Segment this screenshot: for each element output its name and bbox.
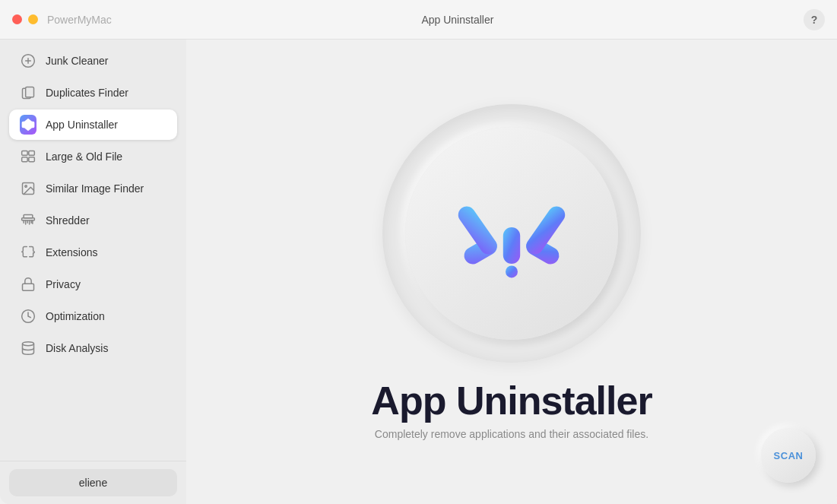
titlebar-title: App Uninstaller [112, 14, 804, 26]
junk-cleaner-icon [20, 52, 36, 69]
sidebar-item-label: Shredder [46, 214, 90, 227]
titlebar: PowerMyMac App Uninstaller ? [0, 0, 837, 40]
svg-rect-3 [22, 151, 28, 156]
svg-point-12 [23, 342, 34, 346]
user-button[interactable]: eliene [9, 469, 177, 496]
sidebar-item-disk-analysis[interactable]: Disk Analysis [9, 333, 177, 363]
shredder-icon [20, 212, 36, 229]
duplicates-finder-icon [20, 84, 36, 101]
svg-rect-2 [26, 87, 34, 97]
sidebar-item-app-uninstaller[interactable]: App Uninstaller [9, 109, 177, 140]
svg-point-18 [506, 265, 518, 277]
help-button[interactable]: ? [804, 9, 825, 30]
sidebar-item-label: Privacy [46, 278, 81, 290]
app-uninstaller-icon [20, 116, 36, 133]
hero-circle-inner [405, 127, 618, 340]
similar-image-icon [20, 180, 36, 197]
main-content: App Uninstaller Completely remove applic… [186, 0, 837, 504]
sidebar-item-junk-cleaner[interactable]: Junk Cleaner [9, 46, 177, 76]
svg-rect-6 [29, 157, 35, 162]
sidebar-footer: eliene [0, 461, 186, 504]
svg-rect-15 [503, 227, 520, 264]
svg-rect-11 [23, 284, 34, 290]
sidebar-item-label: Junk Cleaner [46, 55, 109, 67]
sidebar-item-label: App Uninstaller [46, 119, 118, 131]
hero-circle-outer [382, 104, 641, 363]
sidebar-item-shredder[interactable]: Shredder [9, 205, 177, 236]
app-brand-label: PowerMyMac [47, 14, 112, 26]
svg-rect-4 [29, 151, 35, 156]
optimization-icon [20, 308, 36, 325]
hero-title: App Uninstaller [371, 381, 652, 420]
extensions-icon [20, 244, 36, 261]
hero-subtitle: Completely remove applications and their… [371, 428, 652, 440]
minimize-button[interactable] [28, 14, 38, 24]
scan-button[interactable]: SCAN [761, 428, 816, 483]
sidebar-items-list: Junk Cleaner Duplicates Finder App [0, 40, 186, 461]
sidebar-item-large-old-file[interactable]: Large & Old File [9, 141, 177, 172]
hero-text-block: App Uninstaller Completely remove applic… [371, 381, 652, 440]
sidebar-item-optimization[interactable]: Optimization [9, 301, 177, 331]
sidebar-item-duplicates-finder[interactable]: Duplicates Finder [9, 78, 177, 108]
svg-rect-5 [22, 157, 28, 162]
sidebar-item-label: Large & Old File [46, 151, 122, 163]
close-button[interactable] [12, 14, 22, 24]
sidebar-item-label: Optimization [46, 310, 105, 322]
sidebar: Junk Cleaner Duplicates Finder App [0, 0, 186, 504]
sidebar-item-label: Disk Analysis [46, 342, 108, 354]
app-uninstaller-hero-icon [451, 173, 572, 294]
sidebar-item-similar-image-finder[interactable]: Similar Image Finder [9, 173, 177, 204]
traffic-lights [12, 14, 38, 24]
sidebar-item-label: Extensions [46, 246, 97, 258]
scan-button-wrapper: SCAN [761, 428, 816, 483]
svg-point-8 [25, 185, 27, 188]
privacy-icon [20, 276, 36, 293]
disk-analysis-icon [20, 340, 36, 357]
sidebar-item-extensions[interactable]: Extensions [9, 237, 177, 268]
sidebar-item-label: Similar Image Finder [46, 182, 144, 195]
svg-rect-10 [24, 215, 33, 218]
sidebar-item-privacy[interactable]: Privacy [9, 269, 177, 300]
large-file-icon [20, 148, 36, 165]
sidebar-item-label: Duplicates Finder [46, 87, 128, 99]
